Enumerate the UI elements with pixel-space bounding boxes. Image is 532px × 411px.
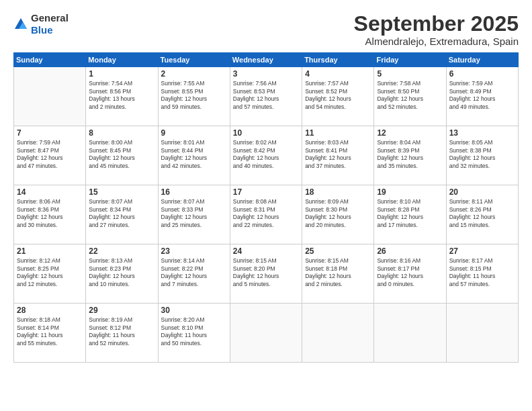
- calendar-cell: 14Sunrise: 8:06 AM Sunset: 8:36 PM Dayli…: [14, 185, 86, 244]
- calendar-cell: 26Sunrise: 8:16 AM Sunset: 8:17 PM Dayli…: [374, 244, 446, 304]
- logo-blue: Blue: [31, 24, 53, 36]
- day-info: Sunrise: 8:11 AM Sunset: 8:26 PM Dayligh…: [449, 198, 515, 229]
- day-info: Sunrise: 8:09 AM Sunset: 8:30 PM Dayligh…: [305, 198, 371, 229]
- day-number: 21: [17, 246, 83, 256]
- day-number: 13: [449, 128, 515, 138]
- day-info: Sunrise: 8:06 AM Sunset: 8:36 PM Dayligh…: [17, 198, 83, 229]
- day-number: 3: [233, 69, 299, 79]
- calendar-week-row: 14Sunrise: 8:06 AM Sunset: 8:36 PM Dayli…: [14, 185, 519, 244]
- calendar-cell: 30Sunrise: 8:20 AM Sunset: 8:10 PM Dayli…: [158, 304, 230, 363]
- day-number: 9: [161, 128, 227, 138]
- day-header-row: SundayMondayTuesdayWednesdayThursdayFrid…: [14, 53, 519, 67]
- calendar-cell: 21Sunrise: 8:12 AM Sunset: 8:25 PM Dayli…: [14, 244, 86, 304]
- logo-text: General Blue: [31, 12, 69, 36]
- day-number: 26: [377, 246, 443, 256]
- day-info: Sunrise: 8:19 AM Sunset: 8:12 PM Dayligh…: [89, 316, 154, 347]
- day-info: Sunrise: 8:17 AM Sunset: 8:15 PM Dayligh…: [449, 257, 515, 288]
- day-info: Sunrise: 8:13 AM Sunset: 8:23 PM Dayligh…: [89, 257, 154, 288]
- day-number: 1: [89, 69, 154, 79]
- calendar-cell: 15Sunrise: 8:07 AM Sunset: 8:34 PM Dayli…: [86, 185, 158, 244]
- day-number: 19: [377, 187, 443, 197]
- day-number: 27: [449, 246, 515, 256]
- day-number: 15: [89, 187, 154, 197]
- day-number: 17: [233, 187, 299, 197]
- calendar-cell: 9Sunrise: 8:01 AM Sunset: 8:44 PM Daylig…: [158, 126, 230, 185]
- day-number: 23: [161, 246, 227, 256]
- day-info: Sunrise: 8:03 AM Sunset: 8:41 PM Dayligh…: [305, 139, 371, 170]
- calendar-cell: 28Sunrise: 8:18 AM Sunset: 8:14 PM Dayli…: [14, 304, 86, 363]
- calendar-cell: [374, 304, 446, 363]
- calendar-cell: [302, 304, 374, 363]
- calendar-week-row: 28Sunrise: 8:18 AM Sunset: 8:14 PM Dayli…: [14, 304, 519, 363]
- calendar-cell: 7Sunrise: 7:59 AM Sunset: 8:47 PM Daylig…: [14, 126, 86, 185]
- day-number: 2: [161, 69, 227, 79]
- day-of-week-header: Saturday: [446, 53, 518, 67]
- calendar-cell: [14, 67, 86, 126]
- logo-general: General: [31, 12, 69, 24]
- calendar-cell: 25Sunrise: 8:15 AM Sunset: 8:18 PM Dayli…: [302, 244, 374, 304]
- page: General Blue September 2025 Almendralejo…: [0, 0, 532, 411]
- calendar-cell: 22Sunrise: 8:13 AM Sunset: 8:23 PM Dayli…: [86, 244, 158, 304]
- day-info: Sunrise: 8:01 AM Sunset: 8:44 PM Dayligh…: [161, 139, 227, 170]
- calendar-cell: 1Sunrise: 7:54 AM Sunset: 8:56 PM Daylig…: [86, 67, 158, 126]
- logo: General Blue: [13, 12, 69, 36]
- day-info: Sunrise: 8:07 AM Sunset: 8:33 PM Dayligh…: [161, 198, 227, 229]
- day-info: Sunrise: 8:15 AM Sunset: 8:18 PM Dayligh…: [305, 257, 371, 288]
- day-info: Sunrise: 7:59 AM Sunset: 8:49 PM Dayligh…: [449, 80, 515, 111]
- day-number: 7: [17, 128, 83, 138]
- day-number: 14: [17, 187, 83, 197]
- day-info: Sunrise: 7:55 AM Sunset: 8:55 PM Dayligh…: [161, 80, 227, 111]
- day-of-week-header: Wednesday: [230, 53, 302, 67]
- day-info: Sunrise: 8:05 AM Sunset: 8:38 PM Dayligh…: [449, 139, 515, 170]
- day-of-week-header: Monday: [86, 53, 158, 67]
- day-info: Sunrise: 7:56 AM Sunset: 8:53 PM Dayligh…: [233, 80, 299, 111]
- day-number: 4: [305, 69, 371, 79]
- calendar-cell: 4Sunrise: 7:57 AM Sunset: 8:52 PM Daylig…: [302, 67, 374, 126]
- calendar-week-row: 21Sunrise: 8:12 AM Sunset: 8:25 PM Dayli…: [14, 244, 519, 304]
- calendar-cell: 13Sunrise: 8:05 AM Sunset: 8:38 PM Dayli…: [446, 126, 518, 185]
- calendar-cell: 19Sunrise: 8:10 AM Sunset: 8:28 PM Dayli…: [374, 185, 446, 244]
- day-number: 28: [17, 306, 83, 315]
- header: General Blue September 2025 Almendralejo…: [13, 12, 519, 47]
- calendar-cell: 27Sunrise: 8:17 AM Sunset: 8:15 PM Dayli…: [446, 244, 518, 304]
- calendar-cell: 6Sunrise: 7:59 AM Sunset: 8:49 PM Daylig…: [446, 67, 518, 126]
- calendar-cell: 18Sunrise: 8:09 AM Sunset: 8:30 PM Dayli…: [302, 185, 374, 244]
- month-title: September 2025: [354, 12, 519, 36]
- day-number: 20: [449, 187, 515, 197]
- day-info: Sunrise: 8:10 AM Sunset: 8:28 PM Dayligh…: [377, 198, 443, 229]
- day-info: Sunrise: 8:15 AM Sunset: 8:20 PM Dayligh…: [233, 257, 299, 288]
- day-info: Sunrise: 8:12 AM Sunset: 8:25 PM Dayligh…: [17, 257, 83, 288]
- calendar-cell: 8Sunrise: 8:00 AM Sunset: 8:45 PM Daylig…: [86, 126, 158, 185]
- day-of-week-header: Thursday: [302, 53, 374, 67]
- calendar-cell: [230, 304, 302, 363]
- day-of-week-header: Friday: [374, 53, 446, 67]
- calendar-table: SundayMondayTuesdayWednesdayThursdayFrid…: [13, 52, 519, 363]
- calendar-cell: 23Sunrise: 8:14 AM Sunset: 8:22 PM Dayli…: [158, 244, 230, 304]
- day-info: Sunrise: 8:14 AM Sunset: 8:22 PM Dayligh…: [161, 257, 227, 288]
- location-title: Almendralejo, Extremadura, Spain: [354, 36, 519, 47]
- day-info: Sunrise: 8:07 AM Sunset: 8:34 PM Dayligh…: [89, 198, 154, 229]
- title-area: September 2025 Almendralejo, Extremadura…: [354, 12, 519, 47]
- day-info: Sunrise: 8:16 AM Sunset: 8:17 PM Dayligh…: [377, 257, 443, 288]
- day-number: 30: [161, 306, 227, 315]
- day-number: 16: [161, 187, 227, 197]
- day-info: Sunrise: 8:08 AM Sunset: 8:31 PM Dayligh…: [233, 198, 299, 229]
- calendar-cell: 20Sunrise: 8:11 AM Sunset: 8:26 PM Dayli…: [446, 185, 518, 244]
- calendar-cell: 11Sunrise: 8:03 AM Sunset: 8:41 PM Dayli…: [302, 126, 374, 185]
- day-of-week-header: Tuesday: [158, 53, 230, 67]
- day-number: 6: [449, 69, 515, 79]
- day-number: 29: [89, 306, 154, 315]
- calendar-cell: 2Sunrise: 7:55 AM Sunset: 8:55 PM Daylig…: [158, 67, 230, 126]
- calendar-week-row: 1Sunrise: 7:54 AM Sunset: 8:56 PM Daylig…: [14, 67, 519, 126]
- day-number: 11: [305, 128, 371, 138]
- day-info: Sunrise: 7:59 AM Sunset: 8:47 PM Dayligh…: [17, 139, 83, 170]
- calendar-cell: 12Sunrise: 8:04 AM Sunset: 8:39 PM Dayli…: [374, 126, 446, 185]
- day-info: Sunrise: 7:58 AM Sunset: 8:50 PM Dayligh…: [377, 80, 443, 111]
- calendar-cell: [446, 304, 518, 363]
- calendar-cell: 10Sunrise: 8:02 AM Sunset: 8:42 PM Dayli…: [230, 126, 302, 185]
- day-info: Sunrise: 7:57 AM Sunset: 8:52 PM Dayligh…: [305, 80, 371, 111]
- day-number: 18: [305, 187, 371, 197]
- day-of-week-header: Sunday: [14, 53, 86, 67]
- calendar-cell: 3Sunrise: 7:56 AM Sunset: 8:53 PM Daylig…: [230, 67, 302, 126]
- day-info: Sunrise: 8:20 AM Sunset: 8:10 PM Dayligh…: [161, 316, 227, 347]
